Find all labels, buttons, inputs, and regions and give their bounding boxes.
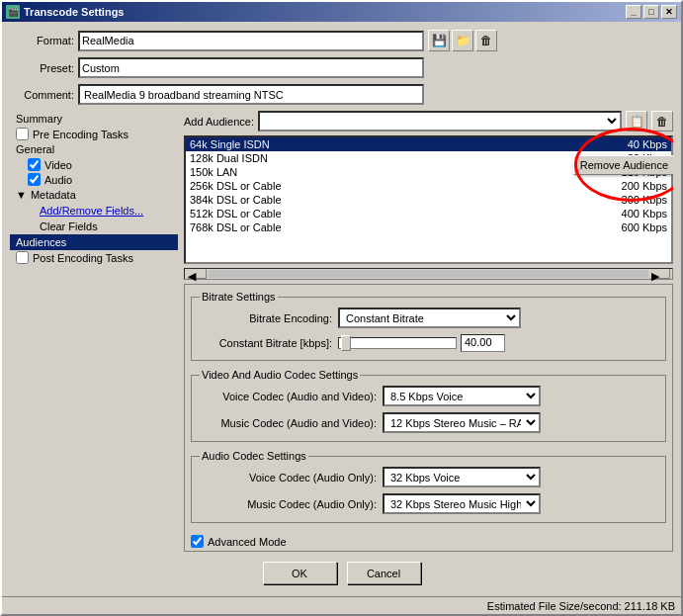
sidebar-item-audio-label: Audio [44,174,72,186]
window-body: Format: RealMedia 💾 📁 🗑 Preset: Custom C… [2,22,681,596]
preset-select[interactable]: Custom [78,57,424,78]
format-select[interactable]: RealMedia [78,31,424,51]
audio-codec-title: Audio Codec Settings [200,450,308,462]
scrollbar-left-arrow[interactable]: ◀ [187,269,207,279]
open-icon[interactable]: 📁 [452,30,473,51]
comment-input[interactable] [78,84,424,105]
audience-name-0: 64k Single ISDN [186,137,592,151]
audience-name-2: 150k LAN [186,165,592,179]
audience-row-6[interactable]: 768k DSL or Cable 600 Kbps [186,220,671,234]
bitrate-slider-value: 40.00 [461,334,505,352]
voice-codec-av-select[interactable]: 8.5 Kbps Voice 6.5 Kbps Voice [383,386,541,406]
audience-rate-4: 300 Kbps [592,193,671,207]
advanced-mode-row: Advanced Mode [191,535,666,548]
post-encoding-checkbox[interactable] [16,251,29,264]
title-bar: 🎬 Transcode Settings _ □ ✕ [2,2,681,22]
window-title: Transcode Settings [24,6,124,18]
bitrate-encoding-label: Bitrate Encoding: [200,312,338,324]
format-label: Format: [10,35,74,46]
audience-row-4[interactable]: 384k DSL or Cable 300 Kbps [186,193,671,207]
audio-checkbox[interactable] [28,173,41,186]
title-bar-left: 🎬 Transcode Settings [6,5,124,19]
advanced-mode-checkbox[interactable] [191,535,204,548]
audience-rate-6: 600 Kbps [592,220,671,234]
sidebar-item-video[interactable]: Video [10,157,178,172]
bitrate-encoding-select[interactable]: Constant Bitrate Variable Bitrate [338,308,521,328]
music-codec-a-select[interactable]: 32 Kbps Stereo Music High Response [383,493,541,514]
preset-label: Preset: [10,62,74,74]
bitrate-slider-thumb[interactable] [341,335,351,351]
pre-encoding-checkbox[interactable] [16,128,29,140]
ok-button[interactable]: OK [263,562,337,584]
status-bar: Estimated File Size/second: 211.18 KB [2,596,681,614]
status-bar-text: Estimated File Size/second: 211.18 KB [487,600,675,612]
scrollbar-right-arrow[interactable]: ▶ [650,269,670,279]
sidebar-item-pre-encoding-label: Pre Encoding Tasks [33,129,128,140]
preset-row: Preset: Custom [10,57,673,78]
comment-label: Comment: [10,89,74,101]
delete-audience-button[interactable]: 🗑 [651,111,673,132]
audio-codec-group: Audio Codec Settings Voice Codec (Audio … [191,456,666,523]
voice-codec-av-label: Voice Codec (Audio and Video): [200,391,383,402]
bitrate-slider-track[interactable] [338,337,457,349]
voice-codec-av-row: Voice Codec (Audio and Video): 8.5 Kbps … [200,386,657,406]
add-audience-select[interactable] [258,111,622,132]
scrollbar-track [209,270,648,278]
toolbar-icons: 💾 📁 🗑 [428,30,497,51]
sidebar-item-post-encoding[interactable]: Post Encoding Tasks [10,250,178,265]
audience-name-1: 128k Dual ISDN [186,151,592,165]
sidebar-item-summary[interactable]: Summary [10,111,178,127]
remove-audience-button[interactable]: Remove Audience [573,155,673,175]
audience-name-6: 768k DSL or Cable [186,220,592,234]
transcode-settings-window: 🎬 Transcode Settings _ □ ✕ Format: RealM… [0,0,683,616]
audience-rate-3: 200 Kbps [592,179,671,193]
video-checkbox[interactable] [28,158,41,171]
add-remove-fields-link[interactable]: Add/Remove Fields... [40,205,143,217]
constant-bitrate-label: Constant Bitrate [kbps]: [200,337,338,349]
bitrate-group-title: Bitrate Settings [200,291,278,303]
audience-row-5[interactable]: 512k DSL or Cable 400 Kbps [186,207,671,220]
sidebar-item-general[interactable]: General [10,141,178,157]
close-button[interactable]: ✕ [661,5,677,19]
music-codec-a-label: Music Codec (Audio Only): [200,498,383,510]
button-row: OK Cancel [10,558,673,588]
audience-row-3[interactable]: 256k DSL or Cable 200 Kbps [186,179,671,193]
sidebar-item-add-remove[interactable]: Add/Remove Fields... [10,203,178,219]
sidebar-item-audio[interactable]: Audio [10,172,178,187]
sidebar-item-pre-encoding[interactable]: Pre Encoding Tasks [10,127,178,141]
advanced-mode-label: Advanced Mode [208,536,287,548]
sidebar-item-clear-fields[interactable]: Clear Fields [10,219,178,234]
audience-row-0[interactable]: 64k Single ISDN 40 Kbps [186,137,671,151]
comment-row: Comment: [10,84,673,105]
sidebar-item-general-label: General [16,143,54,155]
settings-panel: Bitrate Settings Bitrate Encoding: Const… [184,284,673,552]
music-codec-av-label: Music Codec (Audio and Video): [200,417,383,429]
cancel-button[interactable]: Cancel [347,562,421,584]
voice-codec-a-select[interactable]: 32 Kbps Voice [383,467,541,487]
format-row: Format: RealMedia 💾 📁 🗑 [10,30,673,51]
audience-list-container: 64k Single ISDN 40 Kbps 128k Dual ISDN 8… [184,135,673,264]
music-codec-av-select[interactable]: 12 Kbps Stereo Music – RA8 [383,412,541,433]
sidebar-item-audiences-label: Audiences [16,236,66,248]
sidebar-item-video-label: Video [44,159,72,171]
window-icon: 🎬 [6,5,20,19]
minimize-button[interactable]: _ [626,5,641,19]
sidebar-item-post-encoding-label: Post Encoding Tasks [33,252,133,264]
content-panel: Add Audience: 📋 🗑 64k Single ISDN 4 [184,111,673,552]
maximize-button[interactable]: □ [643,5,659,19]
main-area: Summary Pre Encoding Tasks General Video… [10,111,673,552]
audience-select-wrap [258,111,622,132]
title-buttons: _ □ ✕ [626,5,677,19]
sidebar-item-metadata[interactable]: ▼ Metadata [10,187,178,203]
copy-audience-button[interactable]: 📋 [626,111,647,132]
audience-rate-0: 40 Kbps [592,137,671,151]
delete-icon[interactable]: 🗑 [475,30,497,51]
horizontal-scrollbar[interactable]: ◀ ▶ [184,268,673,280]
bitrate-encoding-row: Bitrate Encoding: Constant Bitrate Varia… [200,308,657,328]
clear-fields-label: Clear Fields [40,220,98,232]
audience-name-5: 512k DSL or Cable [186,207,592,220]
audience-bar: Add Audience: 📋 🗑 [184,111,673,132]
save-icon[interactable]: 💾 [428,30,450,51]
sidebar-item-audiences[interactable]: Audiences [10,234,178,250]
constant-bitrate-row: Constant Bitrate [kbps]: 40.00 [200,334,657,352]
